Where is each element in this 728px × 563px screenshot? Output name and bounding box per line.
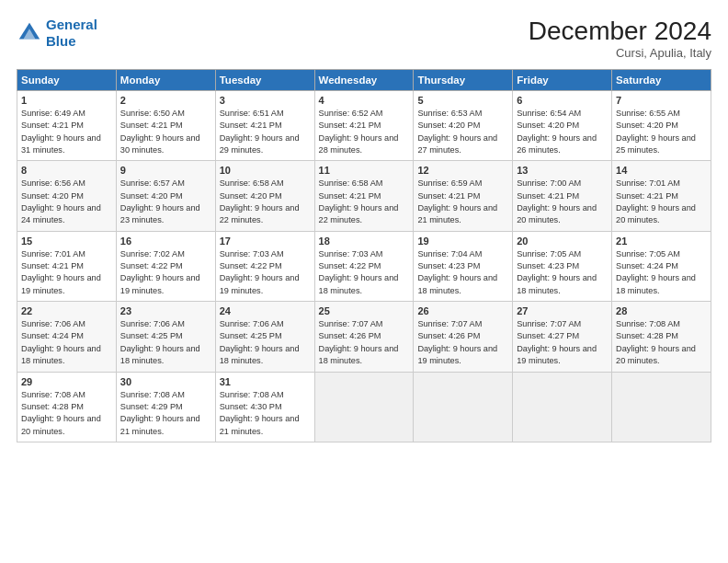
day-info: Sunrise: 7:06 AMSunset: 4:25 PMDaylight:…: [120, 318, 211, 367]
day-info: Sunrise: 7:03 AMSunset: 4:22 PMDaylight:…: [319, 248, 410, 297]
calendar-cell: 23Sunrise: 7:06 AMSunset: 4:25 PMDayligh…: [116, 302, 215, 372]
calendar-cell: 26Sunrise: 7:07 AMSunset: 4:26 PMDayligh…: [414, 302, 513, 372]
calendar-cell: 12Sunrise: 6:59 AMSunset: 4:21 PMDayligh…: [414, 161, 513, 231]
calendar-cell: 27Sunrise: 7:07 AMSunset: 4:27 PMDayligh…: [513, 302, 612, 372]
col-header-tuesday: Tuesday: [215, 70, 314, 91]
day-info: Sunrise: 6:58 AMSunset: 4:21 PMDaylight:…: [319, 178, 410, 226]
calendar-cell: 16Sunrise: 7:02 AMSunset: 4:22 PMDayligh…: [116, 231, 215, 301]
calendar-cell: 31Sunrise: 7:08 AMSunset: 4:30 PMDayligh…: [215, 372, 314, 442]
day-info: Sunrise: 7:07 AMSunset: 4:27 PMDaylight:…: [517, 318, 608, 367]
col-header-sunday: Sunday: [17, 70, 117, 91]
col-header-wednesday: Wednesday: [314, 70, 414, 91]
calendar-cell: 5Sunrise: 6:53 AMSunset: 4:20 PMDaylight…: [414, 91, 513, 161]
calendar-cell: 10Sunrise: 6:58 AMSunset: 4:20 PMDayligh…: [215, 161, 314, 231]
calendar-cell: 18Sunrise: 7:03 AMSunset: 4:22 PMDayligh…: [314, 231, 414, 301]
day-number: 2: [120, 95, 211, 106]
col-header-saturday: Saturday: [612, 70, 711, 91]
calendar-cell: 11Sunrise: 6:58 AMSunset: 4:21 PMDayligh…: [314, 161, 414, 231]
calendar-cell: 7Sunrise: 6:55 AMSunset: 4:20 PMDaylight…: [612, 91, 711, 161]
day-info: Sunrise: 7:01 AMSunset: 4:21 PMDaylight:…: [616, 178, 707, 226]
calendar-cell: 2Sunrise: 6:50 AMSunset: 4:21 PMDaylight…: [116, 91, 215, 161]
day-info: Sunrise: 7:08 AMSunset: 4:28 PMDaylight:…: [616, 318, 707, 367]
title-block: December 2024 Cursi, Apulia, Italy: [529, 17, 711, 60]
day-info: Sunrise: 7:03 AMSunset: 4:22 PMDaylight:…: [220, 248, 311, 297]
day-info: Sunrise: 6:52 AMSunset: 4:21 PMDaylight:…: [319, 108, 410, 156]
logo-icon: [17, 20, 42, 46]
day-info: Sunrise: 6:56 AMSunset: 4:20 PMDaylight:…: [21, 178, 112, 226]
col-header-monday: Monday: [116, 70, 215, 91]
calendar-cell: [513, 372, 612, 442]
week-row-3: 15Sunrise: 7:01 AMSunset: 4:21 PMDayligh…: [17, 231, 711, 301]
day-number: 31: [220, 376, 311, 387]
calendar-cell: 24Sunrise: 7:06 AMSunset: 4:25 PMDayligh…: [215, 302, 314, 372]
week-row-5: 29Sunrise: 7:08 AMSunset: 4:28 PMDayligh…: [17, 372, 711, 442]
day-number: 12: [417, 165, 508, 176]
calendar-cell: [414, 372, 513, 442]
week-row-1: 1Sunrise: 6:49 AMSunset: 4:21 PMDaylight…: [17, 91, 711, 161]
day-info: Sunrise: 7:07 AMSunset: 4:26 PMDaylight:…: [319, 318, 410, 367]
calendar-cell: [612, 372, 711, 442]
day-number: 3: [220, 95, 311, 106]
calendar-cell: 20Sunrise: 7:05 AMSunset: 4:23 PMDayligh…: [513, 231, 612, 301]
calendar-cell: 1Sunrise: 6:49 AMSunset: 4:21 PMDaylight…: [17, 91, 117, 161]
calendar-cell: 25Sunrise: 7:07 AMSunset: 4:26 PMDayligh…: [314, 302, 414, 372]
month-title: December 2024: [529, 17, 711, 46]
day-info: Sunrise: 6:55 AMSunset: 4:20 PMDaylight:…: [616, 108, 707, 156]
header: General Blue December 2024 Cursi, Apulia…: [17, 17, 711, 60]
day-number: 26: [417, 305, 508, 316]
day-number: 21: [616, 236, 707, 247]
calendar-cell: 14Sunrise: 7:01 AMSunset: 4:21 PMDayligh…: [612, 161, 711, 231]
calendar-cell: 9Sunrise: 6:57 AMSunset: 4:20 PMDaylight…: [116, 161, 215, 231]
calendar-cell: 28Sunrise: 7:08 AMSunset: 4:28 PMDayligh…: [612, 302, 711, 372]
day-info: Sunrise: 6:58 AMSunset: 4:20 PMDaylight:…: [220, 178, 311, 226]
day-number: 10: [220, 165, 311, 176]
calendar-table: SundayMondayTuesdayWednesdayThursdayFrid…: [17, 69, 711, 442]
calendar-body: 1Sunrise: 6:49 AMSunset: 4:21 PMDaylight…: [17, 91, 711, 442]
day-info: Sunrise: 6:50 AMSunset: 4:21 PMDaylight:…: [120, 108, 211, 156]
calendar-cell: 15Sunrise: 7:01 AMSunset: 4:21 PMDayligh…: [17, 231, 117, 301]
logo: General Blue: [17, 17, 97, 50]
day-number: 18: [319, 236, 410, 247]
calendar-cell: 29Sunrise: 7:08 AMSunset: 4:28 PMDayligh…: [17, 372, 117, 442]
day-number: 23: [120, 305, 211, 316]
day-info: Sunrise: 7:06 AMSunset: 4:25 PMDaylight:…: [220, 318, 311, 367]
day-info: Sunrise: 6:51 AMSunset: 4:21 PMDaylight:…: [220, 108, 311, 156]
day-info: Sunrise: 7:02 AMSunset: 4:22 PMDaylight:…: [120, 248, 211, 297]
day-number: 17: [220, 236, 311, 247]
day-number: 22: [21, 305, 112, 316]
col-header-thursday: Thursday: [414, 70, 513, 91]
calendar-cell: 13Sunrise: 7:00 AMSunset: 4:21 PMDayligh…: [513, 161, 612, 231]
day-info: Sunrise: 6:49 AMSunset: 4:21 PMDaylight:…: [21, 108, 112, 156]
calendar-header-row: SundayMondayTuesdayWednesdayThursdayFrid…: [17, 70, 711, 91]
logo-text: General Blue: [46, 17, 97, 50]
day-number: 11: [319, 165, 410, 176]
page-container: General Blue December 2024 Cursi, Apulia…: [0, 0, 728, 452]
day-info: Sunrise: 7:05 AMSunset: 4:23 PMDaylight:…: [517, 248, 608, 297]
calendar-cell: [314, 372, 414, 442]
day-number: 24: [220, 305, 311, 316]
week-row-4: 22Sunrise: 7:06 AMSunset: 4:24 PMDayligh…: [17, 302, 711, 372]
day-info: Sunrise: 7:08 AMSunset: 4:30 PMDaylight:…: [220, 389, 311, 438]
day-info: Sunrise: 6:53 AMSunset: 4:20 PMDaylight:…: [417, 108, 508, 156]
day-info: Sunrise: 7:01 AMSunset: 4:21 PMDaylight:…: [21, 248, 112, 297]
logo-line2: Blue: [46, 33, 76, 49]
day-info: Sunrise: 6:54 AMSunset: 4:20 PMDaylight:…: [517, 108, 608, 156]
day-info: Sunrise: 6:57 AMSunset: 4:20 PMDaylight:…: [120, 178, 211, 226]
calendar-cell: 4Sunrise: 6:52 AMSunset: 4:21 PMDaylight…: [314, 91, 414, 161]
calendar-cell: 19Sunrise: 7:04 AMSunset: 4:23 PMDayligh…: [414, 231, 513, 301]
day-number: 29: [21, 376, 112, 387]
calendar-cell: 6Sunrise: 6:54 AMSunset: 4:20 PMDaylight…: [513, 91, 612, 161]
day-number: 14: [616, 165, 707, 176]
day-number: 28: [616, 305, 707, 316]
day-number: 9: [120, 165, 211, 176]
logo-line1: General: [46, 17, 97, 32]
week-row-2: 8Sunrise: 6:56 AMSunset: 4:20 PMDaylight…: [17, 161, 711, 231]
location: Cursi, Apulia, Italy: [529, 46, 711, 60]
day-number: 4: [319, 95, 410, 106]
calendar-cell: 8Sunrise: 6:56 AMSunset: 4:20 PMDaylight…: [17, 161, 117, 231]
day-number: 6: [517, 95, 608, 106]
day-info: Sunrise: 7:08 AMSunset: 4:29 PMDaylight:…: [120, 389, 211, 438]
day-info: Sunrise: 6:59 AMSunset: 4:21 PMDaylight:…: [417, 178, 508, 226]
day-number: 27: [517, 305, 608, 316]
day-number: 1: [21, 95, 112, 106]
